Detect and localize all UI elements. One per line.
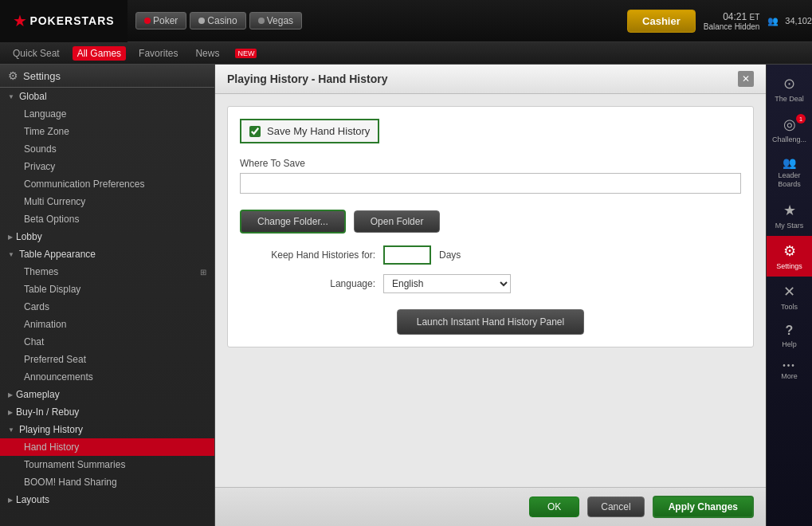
settings-tree: ▼ Global Language Time Zone Sounds Priva… bbox=[0, 88, 214, 508]
cancel-button[interactable]: Cancel bbox=[587, 497, 644, 517]
quick-seat-item[interactable]: Quick Seat bbox=[8, 46, 65, 61]
favorites-item[interactable]: Favorites bbox=[134, 46, 182, 61]
launch-btn-row: Launch Instant Hand History Panel bbox=[240, 309, 741, 335]
rs-label-tools: Tools bbox=[781, 303, 798, 311]
sidebar-item-communication[interactable]: Communication Preferences bbox=[0, 175, 214, 193]
rs-item-challenges[interactable]: ◎ 1 Challeng... bbox=[767, 109, 812, 150]
sidebar-item-preferred-seat[interactable]: Preferred Seat bbox=[0, 351, 214, 368]
folder-buttons-row: Change Folder... Open Folder bbox=[240, 210, 741, 234]
save-hand-history-row: Save My Hand History bbox=[240, 119, 379, 143]
ok-button[interactable]: OK bbox=[529, 497, 579, 517]
settings-sidebar: ⚙ Settings ▼ Global Language Time Zone S… bbox=[0, 65, 215, 526]
open-folder-button[interactable]: Open Folder bbox=[354, 210, 441, 233]
rs-label-leaderboards: LeaderBoards bbox=[778, 171, 801, 189]
balance-label: Balance Hidden bbox=[704, 22, 760, 31]
themes-icon: ⊞ bbox=[200, 268, 206, 277]
rs-label-help: Help bbox=[782, 340, 797, 348]
second-bar: Quick Seat All Games Favorites News NEW bbox=[0, 42, 812, 65]
poker-dot bbox=[144, 18, 151, 24]
expand-arrow-buyin: ▶ bbox=[8, 409, 13, 416]
sidebar-item-betaoptions[interactable]: Beta Options bbox=[0, 210, 214, 228]
time-display: 04:21 ET bbox=[723, 11, 759, 22]
sidebar-item-chat[interactable]: Chat bbox=[0, 333, 214, 351]
change-folder-button[interactable]: Change Folder... bbox=[240, 210, 346, 234]
rs-label-settings: Settings bbox=[776, 262, 802, 270]
sidebar-section-buyin[interactable]: ▶ Buy-In / Rebuy bbox=[0, 403, 214, 421]
logo-text: POKERSTARS bbox=[29, 14, 114, 27]
expand-triangle-table: ▼ bbox=[8, 251, 14, 258]
sidebar-item-sounds[interactable]: Sounds bbox=[0, 140, 214, 158]
where-to-save-section: Where To Save C:\Cash\ bbox=[240, 158, 741, 200]
sidebar-item-multicurrency[interactable]: Multi Currency bbox=[0, 193, 214, 210]
leaderboards-icon: 👥 bbox=[783, 156, 796, 169]
sidebar-item-animation[interactable]: Animation bbox=[0, 316, 214, 333]
save-hand-history-label: Save My Hand History bbox=[267, 125, 370, 137]
logo-star: ★ bbox=[13, 11, 27, 30]
help-icon: ? bbox=[786, 324, 794, 338]
time-area: 04:21 ET Balance Hidden bbox=[704, 11, 764, 31]
folder-path-input[interactable]: C:\Cash\ bbox=[240, 173, 741, 194]
rs-label-challenges: Challeng... bbox=[772, 135, 806, 143]
casino-nav-btn[interactable]: Casino bbox=[190, 12, 245, 29]
sidebar-item-themes[interactable]: Themes ⊞ bbox=[0, 263, 214, 281]
sidebar-header: ⚙ Settings bbox=[0, 65, 214, 88]
content-title: Playing History - Hand History bbox=[227, 73, 387, 85]
where-to-save-label: Where To Save bbox=[240, 158, 741, 169]
expand-triangle-history: ▼ bbox=[8, 426, 14, 434]
right-sidebar: ⊙ The Deal ◎ 1 Challeng... 👥 LeaderBoard… bbox=[766, 65, 812, 526]
rs-item-help[interactable]: ? Help bbox=[767, 317, 812, 355]
casino-dot bbox=[198, 18, 205, 24]
vegas-dot bbox=[258, 18, 265, 24]
sidebar-item-hand-history[interactable]: Hand History bbox=[0, 438, 214, 456]
sidebar-section-gameplay[interactable]: ▶ Gameplay bbox=[0, 386, 214, 403]
news-item[interactable]: News bbox=[190, 46, 224, 61]
hand-history-panel: Save My Hand History Where To Save C:\Ca… bbox=[227, 106, 754, 347]
apply-changes-button[interactable]: Apply Changes bbox=[653, 496, 754, 518]
expand-arrow-lobby: ▶ bbox=[8, 234, 13, 241]
rs-item-tools[interactable]: ✕ Tools bbox=[767, 277, 812, 317]
logo: ★ POKERSTARS bbox=[0, 0, 127, 42]
players-icon: 👥 bbox=[767, 16, 779, 26]
keep-days-input[interactable]: 9999 bbox=[383, 245, 431, 265]
launch-hand-history-button[interactable]: Launch Instant Hand History Panel bbox=[397, 309, 584, 335]
sidebar-item-timezone[interactable]: Time Zone bbox=[0, 123, 214, 140]
top-bar: ★ POKERSTARS Poker Casino Vegas Cashier … bbox=[0, 0, 812, 42]
sidebar-item-tournament-summaries[interactable]: Tournament Summaries bbox=[0, 456, 214, 473]
rs-item-settings[interactable]: ⚙ Settings bbox=[767, 236, 812, 277]
vegas-nav-btn[interactable]: Vegas bbox=[249, 12, 302, 29]
my-stars-icon: ★ bbox=[783, 202, 796, 219]
sidebar-section-playing-history[interactable]: ▼ Playing History bbox=[0, 421, 214, 438]
close-button[interactable]: ✕ bbox=[738, 71, 754, 87]
sidebar-item-boom-sharing[interactable]: BOOM! Hand Sharing bbox=[0, 473, 214, 491]
sidebar-section-layouts[interactable]: ▶ Layouts bbox=[0, 491, 214, 508]
sidebar-item-language[interactable]: Language bbox=[0, 105, 214, 123]
sidebar-item-cards[interactable]: Cards bbox=[0, 298, 214, 316]
content-header: Playing History - Hand History ✕ bbox=[215, 65, 766, 94]
players-count: 34,102 bbox=[785, 16, 812, 26]
poker-nav-btn[interactable]: Poker bbox=[135, 12, 186, 29]
settings-icon: ⚙ bbox=[783, 242, 796, 260]
rs-item-the-deal[interactable]: ⊙ The Deal bbox=[767, 69, 812, 109]
challenges-badge: 1 bbox=[796, 114, 806, 124]
save-hand-history-checkbox[interactable] bbox=[249, 126, 261, 137]
all-games-item[interactable]: All Games bbox=[73, 46, 126, 61]
language-row: Language: English French German Spanish bbox=[256, 274, 741, 293]
rs-item-more[interactable]: ••• More bbox=[767, 355, 812, 387]
sidebar-item-announcements[interactable]: Announcements bbox=[0, 368, 214, 386]
sidebar-item-table-display[interactable]: Table Display bbox=[0, 281, 214, 298]
cashier-button[interactable]: Cashier bbox=[627, 10, 696, 33]
keep-history-label: Keep Hand Histories for: bbox=[256, 249, 375, 261]
language-select[interactable]: English French German Spanish bbox=[383, 274, 511, 293]
sidebar-item-privacy[interactable]: Privacy bbox=[0, 158, 214, 175]
sidebar-section-global[interactable]: ▼ Global bbox=[0, 88, 214, 105]
sidebar-section-table-appearance[interactable]: ▼ Table Appearance bbox=[0, 245, 214, 263]
language-label: Language: bbox=[256, 278, 375, 289]
new-badge: NEW bbox=[235, 49, 257, 58]
days-label: Days bbox=[439, 249, 461, 261]
tools-icon: ✕ bbox=[783, 283, 795, 300]
content-area: Playing History - Hand History ✕ Save My… bbox=[215, 65, 766, 526]
rs-item-my-stars[interactable]: ★ My Stars bbox=[767, 195, 812, 236]
rs-item-leaderboards[interactable]: 👥 LeaderBoards bbox=[767, 150, 812, 195]
nav-pills: Poker Casino Vegas bbox=[135, 12, 302, 29]
sidebar-section-lobby[interactable]: ▶ Lobby bbox=[0, 228, 214, 245]
